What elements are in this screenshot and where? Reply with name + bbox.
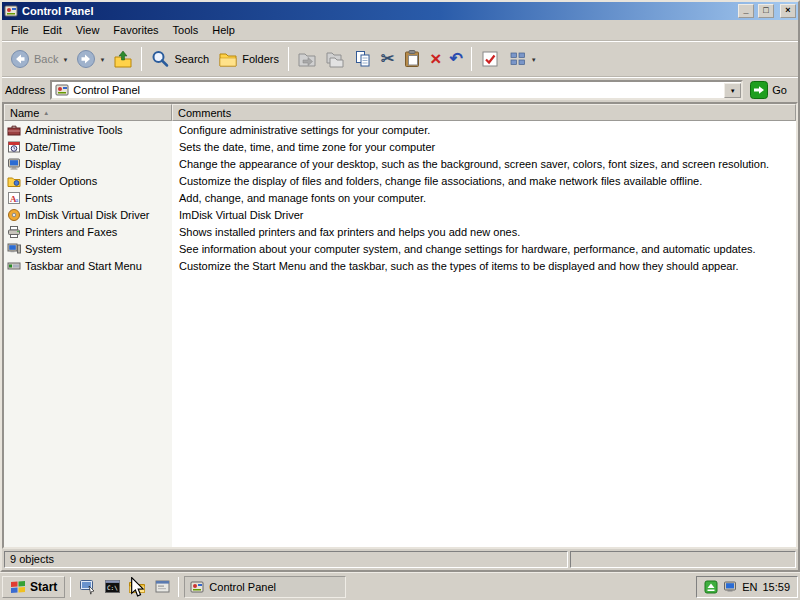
forward-button[interactable]: ▼ [72,46,109,72]
cut-icon: ✂ [381,50,394,68]
start-button[interactable]: Start [2,576,65,598]
views-button[interactable]: ▼ [504,46,541,72]
up-button[interactable] [109,46,137,72]
toolbar-separator [471,47,472,71]
item-name: Taskbar and Start Menu [25,260,142,272]
undo-button[interactable]: ↶ [445,47,466,71]
copy-to-button[interactable] [321,46,349,72]
back-label: Back [33,53,59,65]
search-icon [150,49,170,69]
search-button[interactable]: Search [146,46,214,72]
start-flag-icon [10,580,26,594]
back-icon [10,49,30,69]
move-to-icon [297,49,317,69]
title-bar[interactable]: Control Panel _ □ × [2,2,798,20]
minimize-button[interactable]: _ [738,4,754,18]
quick-launch-command-prompt-button[interactable]: C:\ [101,576,123,598]
list-item[interactable]: ImDisk Virtual Disk Driver ImDisk Virtua… [4,206,796,223]
item-name: Fonts [25,192,53,204]
back-button[interactable]: Back ▼ [6,46,72,72]
forward-icon [76,49,96,69]
maximize-icon: □ [763,5,768,15]
item-comment: Change the appearance of your desktop, s… [172,158,796,170]
folder-options-icon [7,174,21,188]
forward-dropdown-icon: ▼ [99,55,105,63]
move-to-button[interactable] [293,46,321,72]
close-button[interactable]: × [780,4,796,18]
address-input[interactable]: Control Panel ▼ [50,80,743,100]
menu-help[interactable]: Help [205,21,242,39]
menu-file[interactable]: File [4,21,36,39]
red-check-icon [480,49,500,69]
cut-button[interactable]: ✂ [377,47,398,71]
status-bar: 9 objects [2,549,798,570]
delete-button[interactable]: × [426,47,445,71]
list-item[interactable]: Printers and Faxes Shows installed print… [4,223,796,240]
quick-launch-folder-button[interactable] [126,576,148,598]
language-indicator[interactable]: EN [742,581,757,593]
list-area[interactable]: Administrative Tools Configure administr… [4,121,796,547]
address-bar: Address Control Panel ▼ Go [2,77,798,102]
copy-to-icon [325,49,345,69]
list-item[interactable]: Display Change the appearance of your de… [4,155,796,172]
control-panel-icon [190,580,204,594]
views-grid-icon [508,49,528,69]
list-item[interactable]: Folder Options Customize the display of … [4,172,796,189]
tray-display-icon[interactable] [723,580,737,594]
item-comment: Add, change, and manage fonts on your co… [172,192,796,204]
minimize-icon: _ [743,5,748,15]
back-dropdown-icon: ▼ [62,55,68,63]
item-name: Printers and Faxes [25,226,117,238]
column-headers: Name ▲ Comments [4,104,796,121]
menu-tools[interactable]: Tools [166,21,206,39]
file-list-view: Name ▲ Comments Administrative Tools Con… [2,102,798,549]
copy-button[interactable] [349,46,377,72]
maximize-button[interactable]: □ [758,4,774,18]
go-arrow-icon [750,81,768,99]
taskbar-start-menu-icon [7,259,21,273]
imdisk-icon [7,208,21,222]
screen: { "window": { "title": "Control Panel" }… [0,0,800,600]
paste-button[interactable] [398,46,426,72]
address-dropdown-button[interactable]: ▼ [724,83,741,98]
toolbar-separator [288,47,289,71]
folders-button[interactable]: Folders [214,46,284,72]
task-button-control-panel[interactable]: Control Panel [184,576,346,598]
list-item[interactable]: Date/Time Sets the date, time, and time … [4,138,796,155]
menu-edit[interactable]: Edit [36,21,69,39]
menu-favorites[interactable]: Favorites [106,21,165,39]
copy-icon [353,49,373,69]
clock[interactable]: 15:59 [762,581,790,593]
list-item[interactable]: Taskbar and Start Menu Customize the Sta… [4,257,796,274]
comments-header-label: Comments [178,107,231,119]
item-comment: Sets the date, time, and time zone for y… [172,141,796,153]
taskbar: Start C:\ Control Panel EN 15:59 [0,572,800,600]
fonts-icon: Aa [7,191,21,205]
tool-bar: Back ▼ ▼ Search Folders ✂ [2,41,798,77]
list-item[interactable]: Administrative Tools Configure administr… [4,121,796,138]
item-name: Administrative Tools [25,124,123,136]
toolbar-separator [141,47,142,71]
control-panel-icon [4,4,18,18]
folders-label: Folders [241,53,280,65]
column-header-comments[interactable]: Comments [172,104,796,121]
item-name: Display [25,158,61,170]
menu-view[interactable]: View [69,21,107,39]
list-item[interactable]: System See information about your comput… [4,240,796,257]
column-header-name[interactable]: Name ▲ [4,104,172,121]
command-prompt-icon: C:\ [104,578,121,595]
system-tray: EN 15:59 [696,576,798,598]
tray-eject-icon[interactable] [704,580,718,594]
item-comment: See information about your computer syst… [172,243,796,255]
quick-launch-show-desktop-button[interactable] [76,576,98,598]
item-name: System [25,243,62,255]
check-properties-button[interactable] [476,46,504,72]
address-value: Control Panel [73,84,720,96]
item-name: Date/Time [25,141,75,153]
quick-launch-app-button[interactable] [151,576,173,598]
name-header-label: Name [10,107,39,119]
list-item[interactable]: Aa Fonts Add, change, and manage fonts o… [4,189,796,206]
svg-text:C:\: C:\ [107,584,118,591]
delete-icon: × [430,50,441,68]
go-button[interactable]: Go [748,81,795,99]
